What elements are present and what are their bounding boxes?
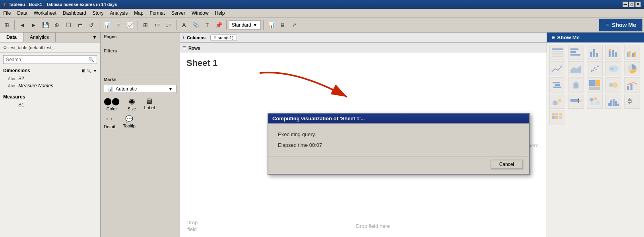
chart-density[interactable] <box>568 77 584 92</box>
chart-circle[interactable] <box>605 77 621 92</box>
svg-point-47 <box>590 98 594 102</box>
chart-heat[interactable] <box>549 110 565 125</box>
share-button[interactable]: ⤤ <box>289 20 299 30</box>
tooltip-button[interactable]: 📎 <box>190 20 201 30</box>
field-s1-name: S1 <box>18 102 24 108</box>
chart-line[interactable] <box>549 61 565 76</box>
show-me-header-icon: ≡ <box>552 35 555 40</box>
close-button[interactable]: ✕ <box>635 2 641 7</box>
svg-point-50 <box>591 102 594 105</box>
marks-detail[interactable]: ⬝⬝ Detail <box>104 115 115 129</box>
chart2-button[interactable]: 📈 <box>125 20 135 30</box>
refresh-button[interactable]: ↺ <box>86 20 97 30</box>
chart-bar-v[interactable] <box>587 45 603 60</box>
chart-stacked-bar[interactable] <box>605 45 621 60</box>
search-input[interactable] <box>4 56 86 64</box>
chart-bubble[interactable] <box>549 94 565 109</box>
chart-side-bar[interactable] <box>624 45 640 60</box>
toolbar: ⊞ ◄ ► 💾 ⊕ ❐ ⇄ ↺ 📊 ≡ 📈 ⊞ ↑≡ ↓≡ A̲ 📎 T 📌 S… <box>0 17 644 33</box>
svg-rect-13 <box>612 50 614 57</box>
standard-dropdown[interactable]: Standard ▼ <box>229 20 261 30</box>
minimize-button[interactable]: — <box>623 2 628 7</box>
swap-button[interactable]: ⇄ <box>75 20 85 30</box>
search-icon[interactable]: 🔍 <box>86 56 97 64</box>
highlight-button[interactable]: A̲ <box>179 20 189 30</box>
chart-button[interactable]: 📊 <box>102 20 112 30</box>
marks-dropdown[interactable]: 📊 Automatic ▼ <box>104 85 177 93</box>
sort-desc-button[interactable]: ↓≡ <box>163 20 174 30</box>
svg-rect-54 <box>615 101 617 106</box>
show-me-button[interactable]: ≡ Show Me <box>599 19 642 31</box>
menu-worksheet[interactable]: Worksheet <box>31 9 60 17</box>
add-datasource-button[interactable]: ⊕ <box>52 20 62 30</box>
svg-rect-59 <box>552 113 555 116</box>
sort-icon[interactable]: ▼ <box>93 69 97 73</box>
annotation-button[interactable]: T <box>202 20 212 30</box>
menu-file[interactable]: File <box>0 9 14 17</box>
chart-histogram[interactable] <box>605 94 621 109</box>
column-pill-s1[interactable]: # sum(s1) <box>210 35 237 41</box>
save-button[interactable]: 💾 <box>40 20 50 30</box>
svg-point-22 <box>597 66 599 67</box>
chart-scatter[interactable] <box>587 61 603 76</box>
marks-size[interactable]: ◉ Size <box>128 97 136 111</box>
field-measure-names[interactable]: Abc Measure Names <box>0 82 100 89</box>
chart-box[interactable] <box>624 94 640 109</box>
marks-color[interactable]: ⬤⬤ Color <box>104 97 120 111</box>
svg-point-42 <box>558 99 561 102</box>
chart-gantt[interactable] <box>549 77 565 92</box>
drop-zone-bottom[interactable]: Drop field here <box>356 223 390 229</box>
chart-text[interactable] <box>549 45 565 60</box>
chart-combo[interactable] <box>624 77 640 92</box>
svg-marker-19 <box>570 66 581 73</box>
cancel-button[interactable]: Cancel <box>491 160 523 169</box>
svg-rect-36 <box>589 87 600 90</box>
forward-button[interactable]: ► <box>29 20 39 30</box>
text-button[interactable]: ≡ <box>113 20 124 30</box>
chart-treemap[interactable] <box>587 77 603 92</box>
menu-map[interactable]: Map <box>131 9 146 17</box>
chart-bullet[interactable] <box>568 94 584 109</box>
svg-rect-9 <box>593 49 595 57</box>
menu-story[interactable]: Story <box>89 9 107 17</box>
grid-icon[interactable]: ⊞ <box>82 69 85 73</box>
show-me-label: Show Me <box>612 22 636 28</box>
toolbar-sep-2 <box>99 20 99 30</box>
menu-format[interactable]: Format <box>147 9 168 17</box>
marks-label[interactable]: ▤ Label <box>144 97 155 111</box>
menu-help[interactable]: Help <box>212 9 228 17</box>
field-s2[interactable]: Abc S2 <box>0 75 100 82</box>
field-s1[interactable]: + S1 <box>0 101 100 108</box>
chart-area[interactable] <box>568 61 584 76</box>
menu-analysis[interactable]: Analysis <box>107 9 131 17</box>
chart-bar-h[interactable] <box>568 45 584 60</box>
duplicate-button[interactable]: ❐ <box>63 20 74 30</box>
title-bar: T Tableau - Book1 - Tableau license expi… <box>0 0 644 9</box>
menu-window[interactable]: Window <box>188 9 212 17</box>
tab-data[interactable]: Data <box>0 33 23 42</box>
chart-map[interactable]: 🗺 <box>605 61 621 76</box>
toolbar-sep-3 <box>138 20 138 30</box>
back-button[interactable]: ◄ <box>17 20 27 30</box>
bar-chart-button[interactable]: 📊 <box>266 20 276 30</box>
home-button[interactable]: ⊞ <box>2 20 12 30</box>
canvas-wrapper: ⫶ Columns # sum(s1) ☰ Rows Sheet 1 Dro <box>180 33 547 237</box>
connect-button[interactable]: ⊞ <box>140 20 151 30</box>
menu-server[interactable]: Server <box>168 9 188 17</box>
chart-pie[interactable] <box>624 61 640 76</box>
monitor-button[interactable]: 🖥 <box>277 20 288 30</box>
maximize-button[interactable]: □ <box>629 2 634 7</box>
sort-asc-button[interactable]: ↑≡ <box>152 20 162 30</box>
pin-button[interactable]: 📌 <box>213 20 224 30</box>
chart-packed[interactable] <box>587 94 603 109</box>
svg-rect-5 <box>570 48 578 50</box>
label-icon: ▤ <box>146 97 152 104</box>
tab-analytics[interactable]: Analytics <box>23 33 56 42</box>
search-dim-icon[interactable]: 🔍 <box>87 69 91 73</box>
data-source-item[interactable]: ⊙ test_table (default.test_... <box>0 42 100 53</box>
marks-tooltip[interactable]: 💬 Tooltip <box>123 115 136 129</box>
menu-dashboard[interactable]: Dashboard <box>60 9 89 17</box>
menu-data[interactable]: Data <box>14 9 30 17</box>
panel-arrow[interactable]: ▼ <box>89 33 100 42</box>
standard-arrow: ▼ <box>253 22 258 28</box>
